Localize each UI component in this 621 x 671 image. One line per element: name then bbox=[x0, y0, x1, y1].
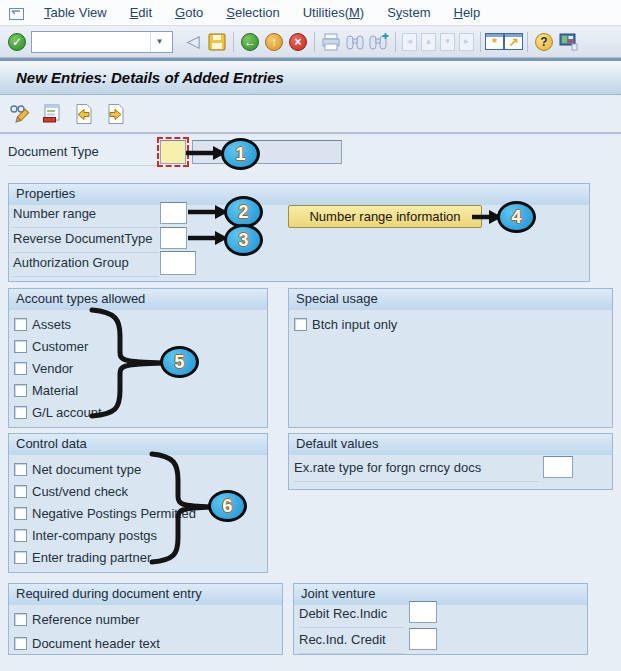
credit-rec-indicator-input[interactable] bbox=[409, 628, 437, 650]
properties-header: Properties bbox=[9, 184, 589, 205]
delete-icon bbox=[41, 103, 63, 125]
sap-window: Table View Edit Goto Selection Utilities… bbox=[0, 0, 621, 671]
checkbox-cust-vend-check[interactable] bbox=[14, 485, 27, 498]
menu-table-view[interactable]: Table View bbox=[40, 3, 111, 22]
checkbox-label: Inter-company postgs bbox=[32, 528, 157, 543]
print-icon bbox=[321, 32, 341, 52]
previous-page-button[interactable]: ▲ bbox=[421, 33, 436, 51]
annotation-5: 5 bbox=[160, 346, 199, 378]
menu-utilities[interactable]: Utilities(M) bbox=[299, 3, 368, 22]
first-page-button[interactable]: ◄ bbox=[402, 33, 417, 51]
delete-button[interactable] bbox=[40, 102, 64, 126]
reverse-document-type-input[interactable] bbox=[160, 227, 187, 249]
debit-rec-indicator-label: Debit Rec.Indic bbox=[299, 606, 404, 628]
exit-button[interactable]: ↑ bbox=[262, 29, 286, 55]
exchange-rate-type-input[interactable] bbox=[543, 456, 573, 478]
save-button[interactable] bbox=[205, 29, 229, 55]
control-menu-icon[interactable] bbox=[8, 5, 26, 21]
menu-system[interactable]: System bbox=[383, 3, 434, 22]
checkbox-enter-trading-partner[interactable] bbox=[14, 551, 27, 564]
previous-page-icon: ▲ bbox=[425, 37, 433, 46]
enter-button[interactable]: ✓ bbox=[5, 29, 29, 55]
next-entry-button[interactable] bbox=[104, 102, 128, 126]
next-page-button[interactable]: ▼ bbox=[440, 33, 455, 51]
find-icon bbox=[345, 32, 365, 52]
toolbar-separator bbox=[527, 32, 528, 52]
checkbox-intercompany-postings[interactable] bbox=[14, 529, 27, 542]
last-page-icon: ► bbox=[463, 37, 471, 46]
menu-goto[interactable]: Goto bbox=[171, 3, 207, 22]
command-field-input[interactable] bbox=[32, 33, 150, 51]
page-title: New Entries: Details of Added Entries bbox=[16, 69, 284, 86]
customize-layout-button[interactable] bbox=[556, 29, 580, 55]
save-floppy-icon bbox=[208, 33, 226, 51]
number-range-input[interactable] bbox=[160, 202, 187, 224]
toolbar-separator bbox=[480, 32, 481, 52]
default-values-header: Default values bbox=[289, 434, 612, 455]
annotation-6: 6 bbox=[208, 490, 247, 522]
authorization-group-label: Authorization Group bbox=[13, 255, 159, 277]
previous-entry-icon bbox=[73, 103, 95, 125]
find-next-button[interactable] bbox=[367, 29, 391, 55]
checkbox-negative-postings[interactable] bbox=[14, 507, 27, 520]
back-triangle-button[interactable]: ◁ bbox=[181, 29, 205, 55]
checkbox-material[interactable] bbox=[14, 384, 27, 397]
checkbox-batch-input-only[interactable] bbox=[294, 318, 307, 331]
display-change-button[interactable] bbox=[8, 102, 32, 126]
menu-edit[interactable]: Edit bbox=[126, 3, 156, 22]
annotation-4: 4 bbox=[497, 201, 536, 233]
menu-help[interactable]: Help bbox=[450, 3, 485, 22]
joint-venture-header: Joint venture bbox=[294, 584, 587, 605]
enter-check-icon: ✓ bbox=[8, 33, 26, 51]
cancel-button[interactable]: × bbox=[286, 29, 310, 55]
first-page-icon: ◄ bbox=[406, 37, 414, 46]
required-entry-group: Required during document entry Reference… bbox=[8, 583, 283, 655]
document-type-label: Document Type bbox=[8, 144, 158, 166]
checkbox-label: Btch input only bbox=[312, 317, 397, 332]
checkbox-reference-number[interactable] bbox=[14, 613, 27, 626]
title-bar: New Entries: Details of Added Entries bbox=[0, 61, 621, 95]
annotation-arrow-2 bbox=[188, 204, 228, 220]
application-toolbar bbox=[0, 95, 621, 132]
number-range-label: Number range bbox=[13, 206, 159, 228]
document-type-input[interactable] bbox=[160, 140, 186, 164]
next-page-icon: ▼ bbox=[444, 37, 452, 46]
new-session-icon: * bbox=[492, 36, 497, 49]
debit-rec-indicator-input[interactable] bbox=[409, 601, 437, 623]
toolbar-separator bbox=[314, 32, 315, 52]
toolbar-separator bbox=[395, 32, 396, 52]
create-shortcut-button[interactable]: ↗ bbox=[504, 33, 523, 50]
checkbox-label: Vendor bbox=[32, 361, 73, 376]
new-session-button[interactable]: * bbox=[485, 33, 504, 50]
help-button[interactable]: ? bbox=[532, 29, 556, 55]
previous-entry-button[interactable] bbox=[72, 102, 96, 126]
find-button[interactable] bbox=[343, 29, 367, 55]
checkbox-document-header-text[interactable] bbox=[14, 637, 27, 650]
menu-selection[interactable]: Selection bbox=[222, 3, 283, 22]
checkbox-label: Reference number bbox=[32, 612, 140, 627]
checkbox-gl-account[interactable] bbox=[14, 406, 27, 419]
dropdown-icon[interactable]: ▼ bbox=[150, 32, 168, 52]
checkbox-customer[interactable] bbox=[14, 340, 27, 353]
exchange-rate-type-label: Ex.rate type for forgn crncy docs bbox=[294, 460, 539, 482]
authorization-group-input[interactable] bbox=[160, 251, 196, 275]
special-usage-header: Special usage bbox=[289, 289, 612, 310]
back-button[interactable]: ← bbox=[238, 29, 262, 55]
annotation-arrow-3 bbox=[188, 230, 228, 246]
checkbox-label: Cust/vend check bbox=[32, 484, 128, 499]
checkbox-vendor[interactable] bbox=[14, 362, 27, 375]
checkbox-label: Customer bbox=[32, 339, 88, 354]
print-button[interactable] bbox=[319, 29, 343, 55]
checkbox-label: Net document type bbox=[32, 462, 141, 477]
help-icon: ? bbox=[535, 33, 553, 51]
shortcut-icon: ↗ bbox=[508, 36, 519, 49]
next-entry-icon bbox=[105, 103, 127, 125]
checkbox-net-document-type[interactable] bbox=[14, 463, 27, 476]
customize-layout-icon bbox=[558, 32, 578, 52]
last-page-button[interactable]: ► bbox=[459, 33, 474, 51]
number-range-information-button[interactable]: Number range information bbox=[288, 205, 482, 228]
find-next-icon bbox=[369, 32, 389, 52]
annotation-arrow-1 bbox=[186, 145, 226, 161]
checkbox-assets[interactable] bbox=[14, 318, 27, 331]
command-field[interactable]: ▼ bbox=[31, 31, 173, 53]
